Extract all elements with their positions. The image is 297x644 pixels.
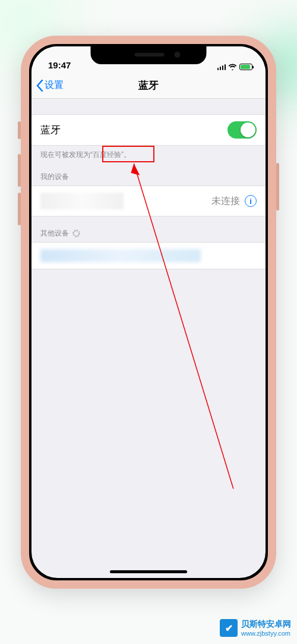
battery-icon [239, 64, 252, 70]
watermark-logo: ✔ [220, 619, 238, 637]
my-device-row[interactable]: 未连接 i [31, 186, 266, 216]
watermark: ✔ 贝斯特安卓网 www.zjbstyy.com [220, 619, 291, 637]
status-time: 19:47 [48, 60, 71, 70]
device-name-redacted [40, 193, 124, 209]
bluetooth-label: 蓝牙 [40, 123, 61, 137]
volume-down-button [18, 193, 21, 225]
watermark-title: 贝斯特安卓网 [241, 619, 291, 630]
home-indicator [110, 570, 187, 573]
my-devices-header: 我的设备 [31, 160, 266, 186]
volume-up-button [18, 154, 21, 187]
status-icons [217, 64, 253, 70]
other-devices-label: 其他设备 [40, 228, 69, 238]
page-title: 蓝牙 [138, 78, 159, 92]
power-button [276, 163, 279, 211]
phone-frame: 19:47 设置 蓝牙 蓝牙 现在可被发现为“百度经验”。 我的设备 未连接 [21, 36, 276, 589]
other-device-row[interactable] [31, 242, 266, 269]
bluetooth-switch[interactable] [228, 121, 257, 139]
device-status-text: 未连接 [211, 195, 240, 208]
info-icon[interactable]: i [245, 195, 257, 207]
other-device-name-redacted [40, 249, 201, 262]
bluetooth-toggle-row: 蓝牙 [31, 114, 266, 146]
chevron-left-icon [36, 80, 43, 92]
spinner-icon [72, 230, 80, 237]
mute-switch [18, 121, 21, 139]
screen: 19:47 设置 蓝牙 蓝牙 现在可被发现为“百度经验”。 我的设备 未连接 [31, 46, 266, 578]
signal-icon [217, 64, 226, 70]
other-devices-header: 其他设备 [31, 216, 266, 242]
discoverable-text: 现在可被发现为“百度经验”。 [31, 146, 266, 160]
back-button[interactable]: 设置 [36, 73, 64, 98]
wifi-icon [228, 64, 237, 70]
device-status: 未连接 i [211, 195, 257, 208]
back-label: 设置 [45, 79, 64, 92]
nav-bar: 设置 蓝牙 [31, 73, 266, 99]
watermark-url: www.zjbstyy.com [241, 630, 291, 637]
notch [91, 46, 207, 64]
